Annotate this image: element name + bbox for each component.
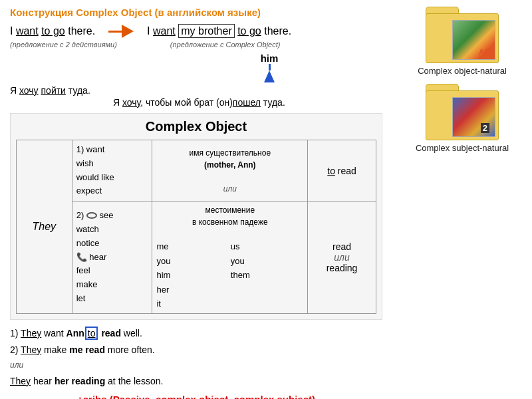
subject-cell: They xyxy=(17,140,72,314)
pronoun-her: her xyxy=(156,283,223,297)
obj-pronoun-cell: местоимениев косвенном падеже me us you … xyxy=(152,201,308,314)
folder-thumbnail-2 xyxy=(452,97,495,137)
ili2: или xyxy=(334,252,349,263)
hochu2-underline: хочу xyxy=(122,97,140,108)
translation-right: Я хочу, чтобы мой брат (он)пошел туда. xyxy=(113,97,382,108)
thumb-img-1 xyxy=(453,21,495,59)
folder-icon-1 xyxy=(426,7,499,63)
left-panel: Конструкция Complex Object (в английском… xyxy=(0,0,392,399)
pronoun-him: him xyxy=(156,269,223,282)
ex1-they: They xyxy=(21,328,41,338)
folder-1[interactable]: Complex object-natural xyxy=(418,7,507,77)
want2-underline: want xyxy=(153,25,176,37)
pronoun-you1: you xyxy=(156,255,223,268)
subtitle-left: (предложение с 2 действиями) xyxy=(10,41,117,49)
main-container: Конструкция Complex Object (в английском… xyxy=(0,0,532,399)
ex3-her-reading: her reading xyxy=(55,376,105,386)
obj-noun-example: (mother, Ann) xyxy=(204,160,256,170)
arrow-up-icon xyxy=(264,70,275,82)
grammar-table: They 1) wantwishwould likeexpect имя сущ… xyxy=(16,140,376,314)
ex1-to-box: to xyxy=(85,327,98,340)
inf-cell-1: to read xyxy=(308,140,376,201)
example-2: 2) They make me read more often. xyxy=(10,342,382,358)
example-3: They hear her reading at the lesson. xyxy=(10,373,382,390)
arrow-shaft xyxy=(108,31,122,33)
folder-body-2 xyxy=(426,90,499,140)
section-heading: Complex Object xyxy=(16,119,376,134)
example-ili: или xyxy=(10,358,382,373)
phone-icon: 📞 xyxy=(76,252,87,262)
arrow-right-container xyxy=(108,25,134,38)
folder-2[interactable]: Complex subject-natural xyxy=(416,84,509,154)
folder-body-1 xyxy=(426,13,499,63)
arrow-right-icon xyxy=(122,25,134,38)
verb-group-1: 1) wantwishwould likeexpect xyxy=(72,140,152,201)
togo-underline: to go xyxy=(41,25,65,37)
complex-object-section: Complex Object They 1) wantwishwould lik… xyxy=(10,113,382,320)
togo2-underline: to go xyxy=(237,25,261,37)
folder-icon-2 xyxy=(426,84,499,140)
to-underline: to xyxy=(327,166,335,176)
right-panel: Complex object-natural Complex subject-n… xyxy=(392,0,532,399)
obj-noun-label: имя существительное xyxy=(189,148,271,158)
pronoun-us: us xyxy=(231,240,303,253)
ex3-they: They xyxy=(10,376,31,386)
thumb-img-2 xyxy=(453,98,495,136)
eye-icon xyxy=(86,212,97,219)
hochu-underline: хочу xyxy=(19,85,39,96)
sentences-row: I want to go there. I want my brother to… xyxy=(10,25,382,38)
inf-cell-2: read или reading xyxy=(308,201,376,314)
my-brother-box: my brother xyxy=(178,24,234,38)
pronoun-grid: me us you you him them her it xyxy=(156,240,303,311)
folder-thumbnail-1 xyxy=(452,20,495,60)
obj-pronoun-label: местоимениев косвенном падеже xyxy=(192,205,268,227)
table-row-1: They 1) wantwishwould likeexpect имя сущ… xyxy=(17,140,376,201)
want-underline: want xyxy=(16,25,39,37)
bottom-note: +cribs (Passive, complex object, complex… xyxy=(10,394,382,399)
arrow-up-shaft xyxy=(269,64,271,70)
him-text: him xyxy=(261,53,279,64)
examples-section: 1) They want Annto read well. 2) They ma… xyxy=(10,325,382,390)
poshel-underline: пошел xyxy=(233,97,261,108)
sentence-right: I want my brother to go there. xyxy=(147,25,291,37)
obj-noun-cell: имя существительное (mother, Ann) или xyxy=(152,140,308,201)
page-title: Конструкция Complex Object (в английском… xyxy=(10,7,382,18)
pronoun-empty2 xyxy=(231,297,303,311)
him-section: him xyxy=(156,53,382,82)
translation-left: Я хочу пойти туда. xyxy=(10,85,90,96)
ex1-to: to xyxy=(88,328,96,338)
pronoun-you2: you xyxy=(231,255,303,268)
folder-label-1: Complex object-natural xyxy=(418,66,507,77)
translation-row: Я хочу пойти туда. xyxy=(10,85,382,96)
subtitle-row: (предложение с 2 действиями) (предложени… xyxy=(10,41,382,49)
ili1: или xyxy=(223,184,237,194)
pronoun-it: it xyxy=(156,297,223,311)
pronoun-me: me xyxy=(156,240,223,253)
ex2-me: me read xyxy=(69,344,105,355)
ex1-ann: Ann xyxy=(66,328,84,338)
pronoun-empty1 xyxy=(231,283,303,297)
poyti-underline: пойти xyxy=(41,85,66,96)
folder-label-2: Complex subject-natural xyxy=(416,143,509,154)
ex1-read: read xyxy=(101,328,121,338)
ex2-they: They xyxy=(21,344,41,355)
subtitle-right: (предложение с Complex Object) xyxy=(170,41,281,49)
verb-group-2: 2) see watch notice 📞 hear feel make let xyxy=(72,201,152,314)
sentence-left: I want to go there. xyxy=(10,25,95,37)
pronoun-them: them xyxy=(231,269,303,282)
example-1: 1) They want Annto read well. xyxy=(10,325,382,342)
